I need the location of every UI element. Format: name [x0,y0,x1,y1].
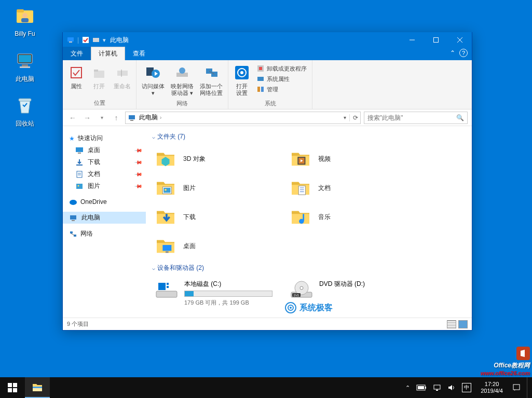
svg-point-48 [70,200,77,205]
maximize-button[interactable] [424,32,448,48]
address-dropdown-icon[interactable]: ▾ [344,115,346,120]
sidebar-this-pc[interactable]: 此电脑 [63,212,146,224]
svg-rect-86 [418,386,424,389]
folder-music[interactable]: 音乐 [287,204,422,229]
download-small-icon [75,158,84,167]
action-center-icon[interactable] [512,383,521,392]
explorer-icon [32,382,43,392]
svg-rect-3 [21,18,29,22]
drive-c[interactable]: 本地磁盘 (C:) 179 GB 可用，共 199 GB [152,278,287,309]
svg-rect-37 [261,87,264,92]
folder-desktop[interactable]: 桌面 [152,234,287,258]
folder-pictures[interactable]: 图片 [152,175,287,200]
breadcrumb[interactable]: 此电脑 › [139,113,161,122]
tab-file[interactable]: 文件 [63,47,91,60]
settings-icon [234,64,250,81]
svg-point-32 [240,71,243,74]
folder-videos[interactable]: 视频 [287,146,422,171]
ribbon-group-network: 网络 [139,99,226,108]
search-icon[interactable]: 🔍 [456,114,464,121]
svg-rect-70 [167,286,169,288]
ribbon-sys-properties[interactable]: 系统属性 [254,74,309,84]
map-drive-icon [174,64,190,81]
svg-rect-8 [19,99,31,101]
folder-3d-objects[interactable]: 3D 对象 [152,146,287,171]
sidebar-item-pictures[interactable]: 图片📌 [63,180,146,192]
sidebar-network[interactable]: 网络 [63,228,146,240]
desktop-icon-label: 此电脑 [16,75,34,83]
checkbox-icon[interactable] [82,36,89,44]
windows-icon [8,383,17,392]
folder-downloads[interactable]: 下载 [152,204,287,229]
desktop-small-icon [75,146,84,155]
sidebar-item-downloads[interactable]: 下载📌 [63,156,146,168]
taskbar-clock[interactable]: 17:20 2019/4/4 [478,381,506,394]
view-details-icon[interactable] [447,320,456,328]
ribbon-manage[interactable]: 管理 [254,84,309,94]
qa-dropdown-icon[interactable]: ▾ [103,37,106,44]
volume-icon[interactable] [447,384,456,391]
ribbon-add-location[interactable]: 添加一个 网络位置 [197,62,226,99]
watermark: 系统极客 [285,302,333,313]
svg-rect-19 [94,70,98,72]
history-dropdown[interactable]: ▾ [96,112,107,123]
refresh-icon[interactable]: ⟳ [349,114,358,121]
folder-icon [154,176,177,199]
ribbon-properties[interactable]: 属性 [65,62,88,92]
address-bar[interactable]: 此电脑 › ▾ ⟳ [125,112,361,124]
network-icon[interactable] [433,384,441,391]
svg-rect-20 [117,71,128,76]
chevron-down-icon: ⌵ [152,265,155,271]
desktop-icon-recycle-bin[interactable]: 回收站 [5,92,45,128]
svg-rect-67 [156,291,177,297]
back-button[interactable]: ← [67,112,78,123]
svg-rect-17 [71,67,81,78]
search-box[interactable]: 🔍 [364,112,468,124]
tab-computer[interactable]: 计算机 [91,47,125,60]
minimize-button[interactable] [400,32,424,48]
tab-view[interactable]: 查看 [125,47,153,60]
navbar: ← → ▾ ↑ 此电脑 › ▾ ⟳ 🔍 [63,109,472,126]
ribbon-group-location: 位置 [65,98,134,108]
svg-rect-85 [425,387,426,389]
titlebar[interactable]: | ▾ 此电脑 [63,32,472,48]
ribbon-uninstall[interactable]: 卸载或更改程序 [254,63,309,74]
ribbon-map-drive[interactable]: 映射网络 驱动器 ▾ [168,62,197,99]
disk-icon[interactable] [92,36,100,44]
taskbar-explorer[interactable] [25,377,50,398]
desktop-icon-user[interactable]: Billy Fu [5,3,45,37]
show-desktop-button[interactable] [527,377,530,398]
search-input[interactable] [367,114,456,121]
close-button[interactable] [448,32,472,48]
svg-marker-89 [448,385,452,390]
sys-properties-icon [256,75,265,83]
sidebar-item-documents[interactable]: 文档📌 [63,168,146,180]
ime-icon[interactable]: 中 [462,383,471,392]
svg-rect-6 [22,64,28,66]
svg-rect-66 [166,251,169,253]
svg-rect-87 [434,385,440,389]
svg-rect-58 [163,188,170,193]
svg-rect-69 [167,283,169,285]
sidebar-item-desktop[interactable]: 桌面📌 [63,144,146,156]
battery-icon[interactable] [416,385,427,391]
rename-icon [114,64,131,81]
sidebar-quick-access[interactable]: ★ 快速访问 [63,132,146,144]
ribbon-open-settings[interactable]: 打开 设置 [230,62,253,99]
help-icon[interactable]: ? [459,49,468,57]
drives-header[interactable]: ⌵设备和驱动器 (2) [152,260,466,276]
folder-documents[interactable]: 文档 [287,175,422,200]
start-button[interactable] [0,377,25,398]
ribbon-media[interactable]: 访问媒体▾ [139,62,168,99]
sidebar-onedrive[interactable]: OneDrive [63,196,146,208]
desktop-icon-this-pc[interactable]: 此电脑 [5,48,45,84]
ribbon: 属性 打开 重命名 位置 访问媒体▾ [63,60,472,109]
tray-up-icon[interactable]: ⌃ [405,385,410,391]
forward-button[interactable]: → [81,112,93,123]
folders-header[interactable]: ⌵文件夹 (7) [152,129,466,144]
up-button[interactable]: ↑ [111,112,122,123]
collapse-ribbon-icon[interactable]: ⌃ [450,49,455,57]
view-large-icon[interactable] [458,320,468,328]
svg-point-47 [78,185,79,186]
qa-divider: | [77,36,79,44]
